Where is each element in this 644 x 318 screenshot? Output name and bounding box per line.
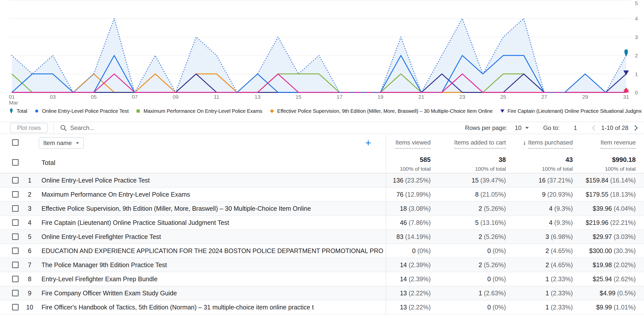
rows-per-page-select[interactable]: 10	[515, 124, 529, 131]
items-added-to-cart-cell: 0(0%)	[487, 247, 506, 255]
svg-text:2: 2	[635, 53, 638, 58]
totals-row: Total 585100% of total 38100% of total 4…	[0, 152, 644, 173]
plot-rows-button[interactable]: Plot rows	[10, 123, 48, 133]
add-metric-button[interactable]: +	[365, 138, 371, 148]
column-header-item-revenue[interactable]: Item revenue	[600, 139, 636, 149]
svg-text:5: 5	[635, 0, 638, 6]
caret-down-icon	[525, 127, 529, 129]
item-name: Fire Captain (Lieutenant) Online Practic…	[42, 219, 383, 226]
item-revenue-cell: $9.99(1.01%)	[596, 304, 636, 311]
caret-down-icon	[76, 142, 79, 144]
svg-text:31: 31	[623, 94, 629, 100]
chart-legend: TotalOnline Entry-Level Police Practice …	[8, 107, 641, 115]
item-revenue-cell: $25.94(2.62%)	[593, 275, 636, 283]
table-body: 1Online Entry-Level Police Practice Test…	[0, 173, 644, 314]
items-purchased-cell: 9(20.93%)	[542, 191, 573, 198]
row-checkbox[interactable]	[12, 177, 19, 184]
items-purchased-cell: 2(4.65%)	[546, 261, 573, 269]
go-to-input[interactable]: 1	[574, 124, 577, 131]
table-toolbar: Plot rows Rows per page: 10 Go to: 1 1-1…	[0, 122, 644, 134]
square-legend-icon	[135, 108, 141, 114]
circle-legend-icon	[34, 108, 40, 114]
items-purchased-cell: 1(2.33%)	[546, 304, 573, 311]
row-checkbox[interactable]	[12, 262, 19, 268]
svg-text:3: 3	[635, 34, 638, 40]
svg-text:01: 01	[9, 94, 15, 100]
items-viewed-cell: 76(12.99%)	[396, 191, 431, 198]
legend-item: Effective Police Supervision, 9th Editio…	[269, 108, 493, 114]
column-group-divider	[386, 135, 386, 314]
column-header-items-purchased[interactable]: ↓Items purchased	[523, 138, 573, 149]
table-row: 10Fire Officer's Handbook of Tactics, 5t…	[0, 300, 644, 314]
table-row: 3Effective Police Supervision, 9th Editi…	[0, 202, 644, 216]
table-row: 9Fire Company Officer Written Exam Study…	[0, 286, 644, 300]
table-row: 5Online Entry-Level Firefighter Practice…	[0, 230, 644, 244]
item-name-dropdown-label: Item name	[43, 139, 72, 147]
item-name-dimension-dropdown[interactable]: Item name	[39, 137, 84, 149]
row-checkbox[interactable]	[12, 290, 19, 296]
items-viewed-cell: 136(23.25%)	[393, 177, 431, 184]
select-all-checkbox[interactable]	[12, 139, 19, 146]
item-name: The Police Manager 9th Edition Practice …	[42, 261, 383, 269]
row-checkbox[interactable]	[12, 219, 19, 226]
item-revenue-cell: $179.55(18.13%)	[586, 191, 636, 198]
item-revenue-cell: $300.00(30.3%)	[589, 247, 636, 255]
svg-text:09: 09	[173, 94, 179, 100]
legend-item: Total	[8, 108, 27, 114]
totals-label: Total	[42, 159, 55, 167]
item-name: Effective Police Supervision, 9th Editio…	[42, 205, 383, 212]
legend-label: Fire Captain (Lieutenant) Online Practic…	[508, 108, 641, 114]
items-added-to-cart-cell: 1(2.63%)	[479, 290, 506, 297]
table-row: 4Fire Captain (Lieutenant) Online Practi…	[0, 216, 644, 230]
prev-page-button[interactable]	[590, 124, 598, 132]
triangle-down-legend-icon	[499, 108, 505, 114]
total-items-added-to-cart: 38100% of total	[475, 156, 506, 172]
row-checkbox[interactable]	[12, 205, 19, 212]
toolbar-divider	[53, 122, 54, 134]
legend-label: Total	[17, 108, 27, 114]
total-items-viewed: 585100% of total	[400, 156, 431, 172]
items-added-to-cart-cell: 2(5.26%)	[479, 261, 506, 269]
item-name: Fire Company Officer Written Exam Study …	[42, 290, 383, 297]
item-revenue-cell: $219.96(22.21%)	[586, 219, 636, 226]
svg-text:07: 07	[132, 94, 138, 100]
svg-text:1: 1	[635, 71, 638, 77]
svg-text:21: 21	[418, 94, 424, 100]
items-added-to-cart-cell: 0(0%)	[487, 304, 506, 311]
table-row: 1Online Entry-Level Police Practice Test…	[0, 173, 644, 188]
item-revenue-cell: $19.98(2.02%)	[593, 261, 636, 269]
rows-per-page-label: Rows per page:	[465, 124, 507, 131]
item-revenue-cell: $29.97(3.03%)	[593, 233, 636, 240]
diamond-legend-icon	[269, 108, 275, 114]
series-end-marker	[624, 49, 628, 56]
items-over-time-line-chart: 01234501030507091113151719212325272931Ma…	[0, 0, 644, 106]
row-index: 9	[24, 290, 35, 297]
next-page-button[interactable]	[632, 124, 639, 132]
legend-label: Maximum Performance On Entry-Level Polic…	[143, 108, 262, 114]
items-viewed-cell: 0(0%)	[412, 247, 431, 255]
items-purchased-cell: 4(9.3%)	[549, 205, 573, 212]
row-checkbox[interactable]	[12, 233, 19, 240]
search-input[interactable]	[70, 124, 246, 131]
row-checkbox[interactable]	[12, 304, 19, 310]
row-checkbox[interactable]	[12, 248, 19, 254]
totals-checkbox[interactable]	[12, 159, 19, 166]
legend-label: Online Entry-Level Police Practice Test	[42, 108, 129, 114]
svg-text:29: 29	[582, 94, 588, 100]
table-row: 6EDUCATION AND EXPERIENCE APPLICATION FO…	[0, 244, 644, 258]
row-checkbox[interactable]	[12, 191, 19, 198]
pin-legend-icon	[8, 108, 14, 114]
column-header-items-viewed[interactable]: Items viewed	[395, 139, 431, 149]
items-purchased-cell: 1(2.33%)	[546, 275, 573, 283]
go-to-label: Go to:	[543, 124, 559, 131]
row-index: 4	[24, 219, 35, 226]
column-header-items-added-to-cart[interactable]: Items added to cart	[454, 139, 506, 149]
total-item-revenue: $990.18100% of total	[605, 156, 636, 172]
svg-text:11: 11	[214, 94, 219, 100]
items-purchased-cell: 3(6.98%)	[546, 233, 573, 240]
svg-text:03: 03	[50, 94, 56, 100]
row-checkbox[interactable]	[12, 276, 19, 282]
item-name: Online Entry-Level Firefighter Practice …	[42, 233, 383, 240]
items-viewed-cell: 83(14.19%)	[396, 233, 431, 240]
row-index: 5	[24, 233, 35, 240]
